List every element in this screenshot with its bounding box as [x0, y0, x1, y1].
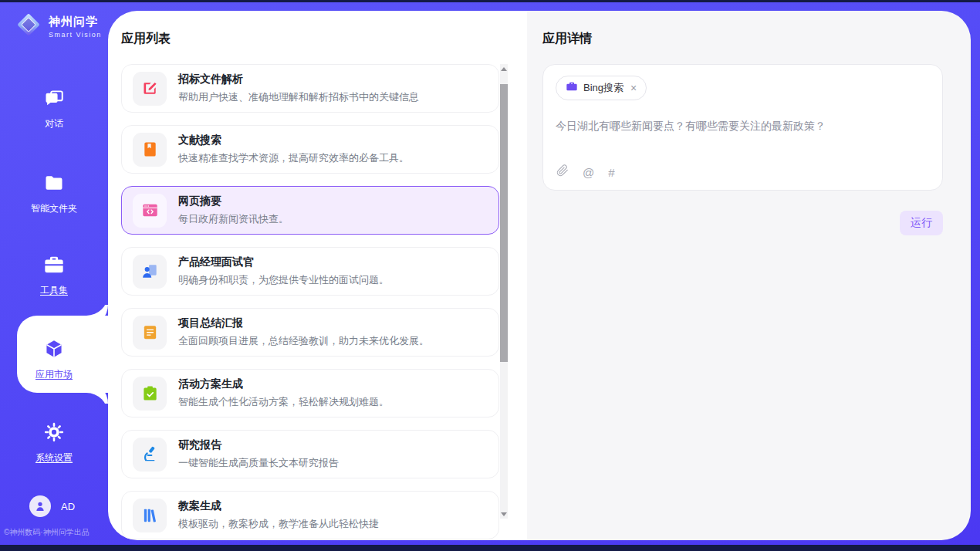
hash-icon[interactable]: #: [608, 166, 614, 179]
copyright-text: ©神州数码·神州问学出品: [4, 527, 90, 538]
triangle-up-icon: [501, 67, 507, 71]
sidebar-item-label: 对话: [0, 117, 108, 130]
toolbox-icon: [43, 265, 65, 278]
report-note-icon: [133, 316, 167, 350]
scroll-up-button[interactable]: [500, 64, 508, 73]
document-edit-icon: [133, 72, 167, 106]
content-card: 应用列表 招标文件解析 帮助用户快速、准确地理解和解析招标书中的关键信息: [108, 11, 971, 540]
app-card[interactable]: 研究报告 一键智能生成高质量长文本研究报告: [121, 430, 499, 478]
prompt-text[interactable]: 今日湖北有哪些新闻要点？有哪些需要关注的最新政策？: [556, 120, 930, 134]
briefcase-icon: [566, 80, 578, 96]
sidebar-item-label: 工具集: [0, 284, 108, 297]
app-card-title: 文献搜索: [178, 134, 409, 147]
app-card-desc: 明确身份和职责，为您提供专业性的面试问题。: [178, 273, 389, 287]
app-card-title: 招标文件解析: [178, 73, 419, 86]
run-row: 运行: [542, 211, 943, 235]
app-card-desc: 智能生成个性化活动方案，轻松解决规划难题。: [178, 395, 389, 409]
interviewer-icon: [133, 255, 167, 289]
user-account[interactable]: AD: [29, 495, 75, 517]
app-card-title: 活动方案生成: [178, 377, 389, 391]
app-card-title: 产品经理面试官: [178, 255, 389, 269]
sidebar: 神州问学 Smart Vision 对话 智能文件夹: [0, 2, 108, 545]
run-button[interactable]: 运行: [900, 211, 943, 235]
avatar: [29, 495, 51, 517]
prompt-toolbar: @ #: [556, 164, 615, 180]
sidebar-item-app-market[interactable]: 应用市场: [0, 338, 108, 381]
microscope-icon: [133, 438, 167, 472]
app-card[interactable]: 产品经理面试官 明确身份和职责，为您提供专业性的面试问题。: [121, 247, 499, 296]
app-card[interactable]: 项目总结汇报 全面回顾项目进展，总结经验教训，助力未来优化发展。: [121, 308, 499, 357]
browser-code-icon: [133, 194, 167, 228]
app-card-desc: 全面回顾项目进展，总结经验教训，助力未来优化发展。: [178, 334, 429, 348]
sidebar-item-label: 应用市场: [0, 368, 108, 381]
sidebar-item-label: 智能文件夹: [0, 202, 108, 215]
tool-tag-bing-search[interactable]: Bing搜索 ×: [556, 76, 647, 100]
prompt-input-card[interactable]: Bing搜索 × 今日湖北有哪些新闻要点？有哪些需要关注的最新政策？ @ #: [542, 64, 943, 191]
brand-diamond-icon: [14, 10, 43, 42]
gear-icon: [43, 432, 65, 445]
app-card[interactable]: 文献搜索 快速精准查找学术资源，提高研究效率的必备工具。: [121, 125, 499, 174]
app-card-title: 网页摘要: [178, 194, 289, 208]
app-card[interactable]: 教案生成 模板驱动，教案秒成，教学准备从此轻松快捷: [121, 491, 499, 539]
user-name: AD: [61, 501, 75, 512]
app-list-title: 应用列表: [121, 31, 527, 47]
app-list: 招标文件解析 帮助用户快速、准确地理解和解析招标书中的关键信息 文献搜索 快速精…: [121, 64, 499, 539]
sidebar-item-settings[interactable]: 系统设置: [0, 421, 108, 465]
app-card-title: 研究报告: [178, 438, 339, 452]
app-card-title: 项目总结汇报: [178, 316, 429, 330]
close-icon[interactable]: ×: [630, 83, 637, 93]
app-window: 神州问学 Smart Vision 对话 智能文件夹: [0, 0, 980, 551]
at-mention-icon[interactable]: @: [583, 166, 594, 179]
sidebar-item-label: 系统设置: [0, 451, 108, 465]
app-card-desc: 快速精准查找学术资源，提高研究效率的必备工具。: [178, 151, 409, 165]
app-card-desc: 每日政府新闻资讯快查。: [178, 212, 289, 226]
tool-tag-label: Bing搜索: [583, 81, 623, 95]
sidebar-item-chat[interactable]: 对话: [0, 87, 108, 130]
chat-icon: [43, 98, 65, 111]
brand-logo: 神州问学 Smart Vision: [14, 10, 102, 42]
scrollbar-thumb[interactable]: [500, 84, 508, 362]
scrollbar[interactable]: [500, 64, 508, 519]
brand-name: 神州问学: [49, 15, 102, 29]
paperclip-icon[interactable]: [556, 164, 569, 180]
app-card-desc: 模板驱动，教案秒成，教学准备从此轻松快捷: [178, 517, 379, 531]
clipboard-check-icon: [133, 377, 167, 411]
app-card[interactable]: 活动方案生成 智能生成个性化活动方案，轻松解决规划难题。: [121, 369, 499, 417]
cube-icon: [43, 349, 65, 362]
app-detail-panel: 应用详情 Bing搜索 × 今日湖北有哪些新闻要点？有哪些需要关注的最新政策？: [527, 11, 971, 540]
books-icon: [133, 499, 167, 532]
scroll-down-button[interactable]: [500, 509, 508, 519]
app-card-title: 教案生成: [178, 499, 379, 513]
sidebar-item-smart-folder[interactable]: 智能文件夹: [0, 172, 108, 215]
app-card[interactable]: 招标文件解析 帮助用户快速、准确地理解和解析招标书中的关键信息: [121, 64, 499, 113]
book-icon: [133, 133, 167, 167]
sidebar-item-toolset[interactable]: 工具集: [0, 254, 108, 297]
app-list-panel: 应用列表 招标文件解析 帮助用户快速、准确地理解和解析招标书中的关键信息: [108, 11, 527, 540]
app-card-desc: 一键智能生成高质量长文本研究报告: [178, 456, 339, 470]
brand-subtitle: Smart Vision: [49, 31, 102, 39]
folder-icon: [43, 183, 65, 196]
app-detail-title: 应用详情: [542, 31, 943, 47]
app-card-desc: 帮助用户快速、准确地理解和解析招标书中的关键信息: [178, 90, 419, 104]
triangle-down-icon: [501, 512, 507, 516]
app-card-selected[interactable]: 网页摘要 每日政府新闻资讯快查。: [121, 186, 499, 235]
